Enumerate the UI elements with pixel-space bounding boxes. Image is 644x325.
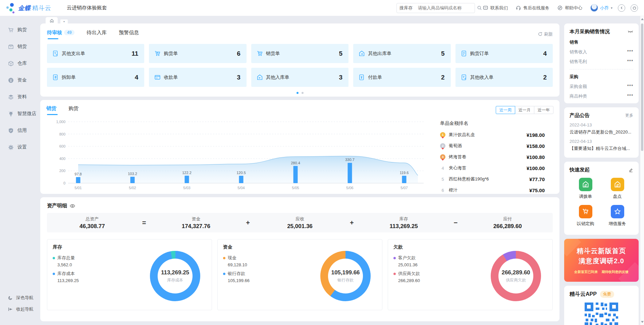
page-scrollbar[interactable] xyxy=(640,16,644,325)
todo-payment[interactable]: 付款单 2 xyxy=(353,68,450,87)
quick-value-added-service[interactable]: 增值服务 xyxy=(601,205,633,227)
todo-disassembly[interactable]: 拆卸单 4 xyxy=(47,68,144,87)
after-sale-service-link[interactable]: 售后在线服务 xyxy=(516,5,549,11)
formula-payable: 应付 266,289.60 xyxy=(462,216,553,230)
quick-sell-to-order[interactable]: 以销定购 xyxy=(570,205,601,227)
quick-stocktake[interactable]: 盘点 xyxy=(601,178,633,200)
ranking-row-6[interactable]: 6 橙汁 ¥75.00 xyxy=(440,185,545,195)
inventory-search[interactable]: 搜库存 xyxy=(396,3,475,13)
debts-panel: 欠款 客户欠款 25,001.36 供应商欠款 266,289.60 266,2… xyxy=(388,239,553,310)
refresh-button[interactable]: 刷新 xyxy=(538,31,553,37)
ranking-row-3[interactable]: 3 烤海苔卷 ¥100.80 xyxy=(440,152,545,162)
search-icon[interactable] xyxy=(477,5,482,11)
app-logo[interactable]: 金蝶 精斗云 xyxy=(5,2,51,14)
sidebar-item-label: 设置 xyxy=(17,144,27,150)
legend-dot xyxy=(393,273,396,275)
scroll-down-arrow[interactable] xyxy=(641,321,644,323)
rank-price: ¥77.70 xyxy=(529,176,545,182)
help-center-link[interactable]: 帮助中心 xyxy=(557,5,582,11)
pagination-dot-active[interactable] xyxy=(297,92,299,94)
panel-title: 资金 xyxy=(223,244,377,250)
user-menu[interactable]: 小乔 ▾ xyxy=(590,4,612,12)
edit-pencil-icon[interactable] xyxy=(629,168,633,172)
sidebar-item-settings[interactable]: 设置 xyxy=(0,139,40,156)
todo-other-inbound[interactable]: 其他入库单 3 xyxy=(251,68,348,87)
search-scope-label[interactable]: 搜库存 xyxy=(399,5,413,11)
sidebar-item-funds[interactable]: 资金 xyxy=(0,72,40,89)
assets-detail-card: 资产明细 总资产 46,308.77 = 资金 174,327.76 + 应收 … xyxy=(40,197,559,321)
sales-trend-chart: 1,000 800 600 400 200 0 97.8 103.2 xyxy=(46,118,435,195)
range-week-button[interactable]: 近一周 xyxy=(496,106,515,114)
right-panel: 本月采购销售情况 销售 销售收入 *** 销售毛利 *** 采购 采购金额 **… xyxy=(564,23,639,325)
sidebar-item-credit[interactable]: 信用 xyxy=(0,122,40,139)
announcements-title: 产品公告 xyxy=(570,112,590,119)
search-input[interactable] xyxy=(418,5,477,10)
cart-plus-icon xyxy=(154,50,161,57)
stat-label: 商品种类 xyxy=(570,93,587,99)
contact-us-link[interactable]: 联系我们 xyxy=(483,5,508,11)
todo-other-outbound[interactable]: 其他出库单 5 xyxy=(353,44,450,63)
eye-closed-icon[interactable] xyxy=(628,30,633,34)
collapse-nav-toggle[interactable]: 收起导航 xyxy=(8,306,34,312)
todo-pagination xyxy=(47,92,553,94)
dark-nav-label: 深色导航 xyxy=(16,295,34,301)
sidebar-item-smart-store[interactable]: 智慧微店 xyxy=(0,105,40,122)
logout-power-button[interactable] xyxy=(631,4,638,12)
stat-product-types: 商品种类 *** xyxy=(570,93,633,99)
todo-receipt[interactable]: 收款单 3 xyxy=(149,68,246,87)
todo-other-income[interactable]: 其他收入单 2 xyxy=(455,68,553,87)
pagination-dot[interactable] xyxy=(302,92,304,94)
ranking-row-4[interactable]: 4 夹心海苔 ¥100.00 xyxy=(440,163,545,173)
todo-sales-order[interactable]: 销货单 5 xyxy=(251,44,348,63)
survey-banner[interactable]: 精斗云新版首页 满意度调研2.0 全新首页已到来 期待收到您的反馈 xyxy=(564,239,639,282)
todo-purchase-order[interactable]: 购货单 6 xyxy=(149,44,246,63)
sidebar-item-warehouse[interactable]: 仓库 xyxy=(0,55,40,72)
help-compass-icon xyxy=(557,5,563,11)
sidebar-item-label: 购货 xyxy=(17,27,27,33)
range-year-button[interactable]: 近一年 xyxy=(534,106,553,114)
svg-text:200: 200 xyxy=(59,169,65,173)
chart-tab-purchase[interactable]: 购货 xyxy=(68,105,78,114)
sidebar-item-data[interactable]: 资料 xyxy=(0,89,40,105)
legend-label: 库存总量 xyxy=(57,255,75,261)
eye-icon[interactable] xyxy=(70,204,75,208)
chat-icon xyxy=(483,5,488,11)
todo-label: 收款单 xyxy=(164,74,178,80)
yen-circle-icon xyxy=(8,77,14,83)
tab-pending-inout[interactable]: 待出入库 xyxy=(87,30,107,39)
formula-receivable: 应收 25,001.36 xyxy=(255,216,345,230)
chart-tab-sales[interactable]: 销货 xyxy=(46,105,56,114)
todo-label: 拆卸单 xyxy=(62,74,76,80)
announcement-link[interactable]: 【重要通知】精斗云工作台域... xyxy=(570,146,633,152)
rank-name: 夹心海苔 xyxy=(449,165,527,171)
dark-nav-toggle[interactable]: 深色导航 xyxy=(8,295,34,301)
more-link[interactable]: 更多 xyxy=(625,113,633,118)
inventory-donut-center: 113,269.25 库存成本 xyxy=(150,251,200,301)
svg-text:800: 800 xyxy=(59,132,65,136)
tab-label: 预警信息 xyxy=(119,30,139,35)
ranking-row-5[interactable]: 5 西红柿意粉酱190g*6 ¥77.70 xyxy=(440,174,545,184)
formula-value: 25,001.36 xyxy=(255,223,345,230)
todo-card: 待审核49 待出入库 预警信息 刷新 其他支出单 11 购货单 6 销货单 xyxy=(40,23,559,97)
scrollbar-thumb[interactable] xyxy=(641,23,643,151)
announcement-date: 2022-04-13 xyxy=(570,122,633,127)
home-workspace-tab[interactable] xyxy=(46,17,58,24)
todo-purchase-request[interactable]: 购货订单 4 xyxy=(455,44,553,63)
sidebar-item-purchase[interactable]: 购货 xyxy=(0,21,40,38)
announcement-link[interactable]: 云进销存产品更新公告_20220... xyxy=(570,129,633,135)
range-month-button[interactable]: 近一月 xyxy=(515,106,534,114)
tab-warning-info[interactable]: 预警信息 xyxy=(119,30,139,39)
todo-count: 5 xyxy=(339,50,343,57)
refresh-label: 刷新 xyxy=(544,31,553,37)
todo-other-expense[interactable]: 其他支出单 11 xyxy=(47,44,144,63)
quick-launch-title: 快速发起 xyxy=(570,167,590,173)
tab-pending-review[interactable]: 待审核49 xyxy=(47,30,74,39)
svg-text:1,000: 1,000 xyxy=(56,120,65,124)
svg-text:5/03: 5/03 xyxy=(183,186,190,190)
ranking-row-2[interactable]: 2 葡萄酒 ¥158.00 xyxy=(440,141,545,151)
quick-transfer-order[interactable]: 调拨单 xyxy=(570,178,601,200)
back-button[interactable] xyxy=(618,4,625,12)
sidebar-item-sales[interactable]: 销货 xyxy=(0,38,40,55)
ranking-row-1[interactable]: 1 果汁饮品礼盒 ¥198.00 xyxy=(440,130,545,140)
scroll-up-arrow[interactable] xyxy=(641,18,644,20)
